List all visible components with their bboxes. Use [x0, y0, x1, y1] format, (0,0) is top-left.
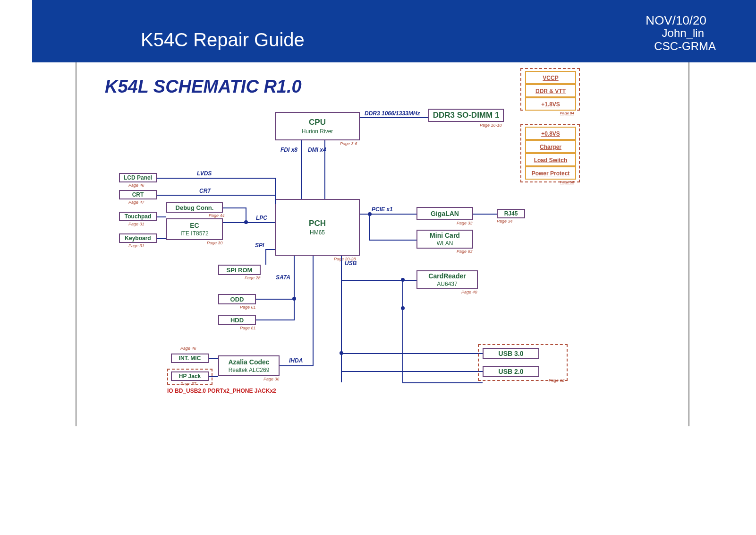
block-spirom: SPI ROM [218, 265, 261, 275]
line-gigalan-rj45 [473, 214, 497, 215]
block-azalia-page: Page 36 [263, 377, 280, 381]
block-touchpad-page: Page 31 [128, 222, 144, 226]
line-ec-node [223, 222, 246, 223]
line-usb-v [341, 256, 342, 382]
block-keyboard-title: Keyboard [125, 235, 151, 242]
block-ec: ECITE IT8572 [166, 218, 223, 240]
block-lcd-title: LCD Panel [124, 174, 152, 181]
line-lpc [246, 222, 275, 223]
block-ddr: DDR3 SO-DIMM 1 [428, 109, 504, 122]
block-ec-page: Page 30 [207, 241, 223, 245]
block-rj45-page: Page 34 [497, 219, 513, 224]
block-rj45-title: RJ45 [504, 210, 518, 217]
block-intmic-title: INT. MIC [179, 355, 201, 362]
block-intmic: INT. MIC [171, 354, 209, 363]
block-hdd-page: Page 61 [240, 326, 256, 330]
power-vccp: VCCPPage 82 [525, 71, 576, 84]
line-usb20 [341, 371, 483, 372]
block-ec-sub: ITE IT8572 [180, 230, 208, 237]
line-hdd [256, 319, 295, 320]
block-odd-page: Page 61 [240, 305, 256, 310]
dot-usb [340, 351, 343, 355]
block-ddr-page: Page 16-18 [480, 123, 502, 128]
block-cpu: CPU Hurion River [275, 112, 360, 140]
bus-dmi: DMI x4 [308, 147, 326, 153]
block-spirom-title: SPI ROM [227, 267, 253, 274]
power-ddrvtt-label: DDR & VTT [535, 88, 566, 95]
power-powerprotect-label: Power Protect [532, 170, 570, 177]
block-gigalan-page: Page 33 [457, 221, 473, 225]
bus-spi: SPI [255, 242, 264, 249]
block-keyboard-page: Page 31 [128, 243, 144, 248]
block-minicard-page: Page 63 [457, 249, 473, 254]
line-spi-h [265, 249, 275, 250]
bus-ihda: IHDA [289, 357, 303, 364]
schematic-page: K54L SCHEMATIC R1.0 CPU Hurion River Pag… [76, 62, 689, 426]
block-crt: CRT [119, 190, 157, 199]
block-cpu-title: CPU [309, 118, 326, 127]
bus-pcie: PCIE x1 [372, 206, 393, 213]
block-crt-page: Page 47 [128, 200, 144, 205]
line-spi-v [265, 249, 266, 265]
schematic-title: K54L SCHEMATIC R1.0 [105, 77, 302, 97]
dot-cr [401, 278, 405, 282]
power-18vs-label: +1.8VS [541, 101, 560, 108]
block-minicard-title: Mini Card [430, 232, 460, 239]
block-spirom-page: Page 28 [245, 276, 261, 280]
bus-sata: SATA [276, 274, 290, 281]
block-debug-title: Debug Conn. [176, 204, 214, 211]
block-odd-title: ODD [230, 296, 244, 303]
line-crt [157, 195, 275, 196]
line-side-v [369, 214, 370, 240]
page-title: K54C Repair Guide [141, 29, 305, 51]
line-intmic [209, 358, 218, 359]
line-debug-node [223, 207, 246, 208]
block-odd: ODD [218, 294, 256, 304]
dash-usb [478, 344, 568, 381]
block-lcd-page: Page 46 [128, 183, 144, 188]
block-crt-title: CRT [132, 191, 144, 198]
block-cardreader-title: CardReader [428, 272, 466, 280]
block-gigalan-title: GigaLAN [431, 210, 459, 217]
bus-ddr3: DDR3 1066/1333MHz [365, 110, 420, 117]
line-usb-v2 [402, 280, 403, 382]
bus-crt: CRT [199, 188, 211, 194]
block-ec-title: EC [190, 222, 199, 229]
line-cardreader [341, 280, 416, 281]
block-cpu-page: Page 3-6 [340, 141, 357, 146]
block-hdd-title: HDD [230, 317, 244, 324]
power-18vs: +1.8VSPage 84 [525, 97, 576, 111]
line-tp-ec [157, 216, 166, 217]
block-lcd: LCD Panel [119, 173, 157, 182]
block-cardreader: CardReaderAU6437 [416, 270, 478, 289]
header-bar: K54C Repair Guide NOV/10/20 John_lin CSC… [32, 0, 756, 62]
line-odd [256, 299, 295, 300]
io-note: IO BD_USB2.0 PORTx2_PHONE JACKx2 [167, 388, 276, 394]
line-fdi [301, 140, 302, 199]
bus-fdi: FDI x8 [280, 147, 297, 153]
header-dept: CSC-GRMA [654, 40, 716, 53]
line-usb20b [402, 382, 483, 383]
header-date: NOV/10/20 [646, 13, 706, 28]
block-cpu-sub: Hurion River [302, 128, 333, 135]
block-azalia-sub: Realtek ALC269 [229, 367, 270, 373]
dot-side [368, 212, 372, 216]
power-18vs-page: Page 84 [560, 111, 574, 115]
block-touchpad-title: Touchpad [125, 213, 151, 220]
line-ihda-h [280, 365, 314, 366]
block-rj45: RJ45 [497, 209, 525, 218]
block-ddr-title: DDR3 SO-DIMM 1 [433, 111, 500, 120]
line-sata-v [294, 256, 295, 319]
bus-lpc: LPC [256, 215, 267, 221]
power-charger-label: Charger [540, 144, 561, 150]
line-usb30 [341, 353, 483, 354]
block-debug: Debug Conn. [166, 202, 223, 213]
power-vccp-label: VCCP [543, 75, 558, 81]
block-touchpad: Touchpad [119, 212, 157, 221]
power-powerprotect-page: Page 58 [560, 180, 574, 184]
dot-cr2 [401, 306, 405, 310]
bus-usb: USB [345, 260, 357, 267]
power-08vs-label: +0.8VS [541, 130, 560, 137]
block-debug-page: Page 44 [209, 213, 225, 218]
block-pch-title: PCH [309, 219, 326, 228]
